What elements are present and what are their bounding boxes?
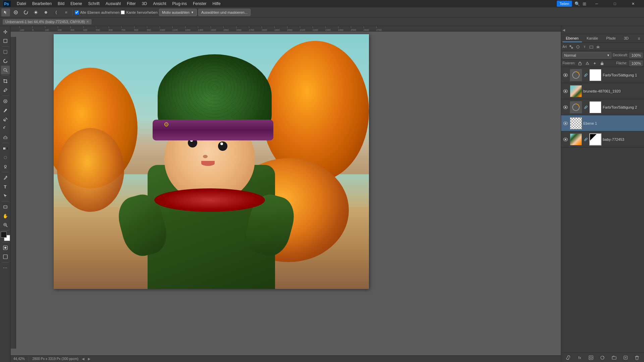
type-tool[interactable]: T xyxy=(1,182,10,191)
panel-options-icon[interactable]: ≡ xyxy=(635,35,643,42)
lock-transparent-btn[interactable] xyxy=(577,61,583,66)
menu-3d[interactable]: 3D xyxy=(139,1,150,7)
flaeche-input[interactable]: 100% xyxy=(629,61,643,66)
lock-position-btn[interactable] xyxy=(592,61,597,66)
motiv-auswaehlen-btn[interactable]: Motiv auswählen ▼ xyxy=(159,9,197,16)
status-nav-right[interactable]: ▶ xyxy=(88,357,91,361)
menu-hilfe[interactable]: Hilfe xyxy=(210,1,223,7)
menu-bearbeiten[interactable]: Bearbeiten xyxy=(30,1,54,7)
new-group-btn[interactable] xyxy=(610,354,618,361)
path-select-tool[interactable] xyxy=(1,191,10,200)
more-tools-btn[interactable]: ··· xyxy=(1,263,10,272)
lasso-tool[interactable] xyxy=(1,57,10,65)
add-style-btn[interactable]: fx xyxy=(576,354,583,361)
panel-collapse-btn[interactable]: ◀ xyxy=(561,26,644,34)
patch-heal-tool[interactable] xyxy=(1,97,10,106)
maximize-button[interactable]: □ xyxy=(607,0,623,7)
sep-1: | xyxy=(28,357,29,361)
history-brush-tool[interactable] xyxy=(1,124,10,133)
filter-shape-icon[interactable] xyxy=(588,44,594,50)
lock-all-btn[interactable] xyxy=(599,61,605,66)
tab-3d[interactable]: 3D xyxy=(621,35,632,42)
eyedropper-tool[interactable] xyxy=(1,86,10,95)
layer-visibility-icon[interactable] xyxy=(562,136,569,142)
layer-row[interactable]: brunette-487061_1920 xyxy=(561,83,644,99)
search-icon[interactable]: 🔍 xyxy=(575,1,580,6)
menu-ebene[interactable]: Ebene xyxy=(68,1,85,7)
layer-visibility-icon[interactable] xyxy=(562,88,569,94)
document-tab[interactable]: Unbenannt-1 bei 44,4% (baby-772453, CMYK… xyxy=(3,19,92,24)
layer-name: Farb/Ton/Sättigung 1 xyxy=(603,73,643,77)
gradient-tool[interactable] xyxy=(1,144,10,153)
angle-tool-btn[interactable]: ⟨ xyxy=(52,8,60,16)
crop-tool[interactable] xyxy=(1,77,10,85)
artboard-tool[interactable] xyxy=(1,37,10,45)
lock-image-btn[interactable] xyxy=(585,61,590,66)
foreground-color[interactable] xyxy=(1,232,7,238)
tab-kanaele[interactable]: Kanäle xyxy=(583,35,601,42)
menu-schrift[interactable]: Schrift xyxy=(86,1,102,7)
quick-mask-btn[interactable] xyxy=(1,243,10,252)
layer-row[interactable]: 🔗 Farb/Ton/Sättigung 1 xyxy=(561,67,644,83)
quick-select-btn[interactable] xyxy=(11,8,20,16)
baby-nose xyxy=(203,155,208,158)
alle-ebenen-checkbox[interactable]: Alle Ebenen aufnehmen xyxy=(75,10,119,14)
filter-pixel-icon[interactable] xyxy=(568,44,574,50)
add-mask-btn[interactable] xyxy=(587,354,595,361)
filter-adjust-icon[interactable] xyxy=(575,44,581,50)
new-layer-btn[interactable] xyxy=(622,354,629,361)
layer-visibility-icon[interactable] xyxy=(562,72,569,78)
menu-auswahl[interactable]: Auswahl xyxy=(103,1,123,7)
menu-datei[interactable]: Datei xyxy=(14,1,29,7)
tab-close-icon[interactable]: ✕ xyxy=(86,20,89,23)
layer-row[interactable]: 🔗 Farb/Ton/Sättigung 2 xyxy=(561,99,644,115)
status-nav-left[interactable]: ◀ xyxy=(82,357,85,361)
menu-fenster[interactable]: Fenster xyxy=(190,1,209,7)
new-fill-layer-btn[interactable] xyxy=(599,354,606,361)
quick-select-tool[interactable] xyxy=(1,66,10,74)
blur-tool[interactable] xyxy=(1,153,10,162)
pen-tool[interactable] xyxy=(1,173,10,182)
foreground-background-colors[interactable] xyxy=(1,232,10,241)
delete-layer-btn[interactable] xyxy=(633,354,641,361)
share-button[interactable]: Teilen xyxy=(557,1,572,7)
blend-mode-select[interactable]: Normal ▼ xyxy=(562,52,611,59)
selection-tool-btn[interactable] xyxy=(1,8,10,16)
workspace-icon[interactable]: ⊞ xyxy=(583,1,586,6)
brush-tool[interactable] xyxy=(1,106,10,115)
filter-type-icon[interactable]: T xyxy=(582,44,588,50)
canvas-container[interactable] xyxy=(11,32,561,355)
layer-visibility-icon[interactable] xyxy=(562,104,569,110)
marquee-tool[interactable] xyxy=(1,48,10,56)
move-tool[interactable] xyxy=(1,27,10,36)
opacity-input[interactable]: 100% xyxy=(629,53,643,58)
tab-pfade[interactable]: Pfade xyxy=(603,35,619,42)
hand-tool[interactable]: ✋ xyxy=(1,212,10,220)
select-mask-btn[interactable]: Auswählen und maskieren... xyxy=(198,9,251,16)
minimize-button[interactable]: ─ xyxy=(589,0,604,7)
screen-mode-btn[interactable] xyxy=(1,252,10,261)
filter-smart-icon[interactable] xyxy=(595,44,601,50)
eraser-tool[interactable] xyxy=(1,133,10,142)
layer-row[interactable]: Ebene 1 xyxy=(561,115,644,131)
svg-point-10 xyxy=(4,111,5,112)
layer-visibility-icon[interactable] xyxy=(562,120,569,126)
menu-bild[interactable]: Bild xyxy=(55,1,67,7)
magic-wand-btn[interactable] xyxy=(32,8,40,16)
dodge-tool[interactable] xyxy=(1,162,10,171)
menu-ansicht[interactable]: Ansicht xyxy=(150,1,169,7)
crop-tool-btn[interactable]: ⌗ xyxy=(62,8,70,16)
link-layers-btn[interactable] xyxy=(565,354,572,361)
brush-size-indicator[interactable]: ● xyxy=(42,8,50,16)
shape-tool[interactable] xyxy=(1,202,10,211)
clone-stamp-tool[interactable] xyxy=(1,115,10,124)
layer-row[interactable]: 🔗 baby-772453 xyxy=(561,131,644,147)
lasso-btn[interactable] xyxy=(21,8,30,16)
kante-hervorheben-checkbox[interactable]: Kante hervorheben xyxy=(121,10,158,14)
zoom-tool[interactable] xyxy=(1,221,10,229)
menu-plugins[interactable]: Plug-ins xyxy=(170,1,190,7)
layer-chain-link: 🔗 xyxy=(583,73,588,77)
tab-ebenen[interactable]: Ebenen xyxy=(562,35,582,42)
menu-filter[interactable]: Filter xyxy=(124,1,139,7)
close-button[interactable]: ✕ xyxy=(625,0,641,7)
